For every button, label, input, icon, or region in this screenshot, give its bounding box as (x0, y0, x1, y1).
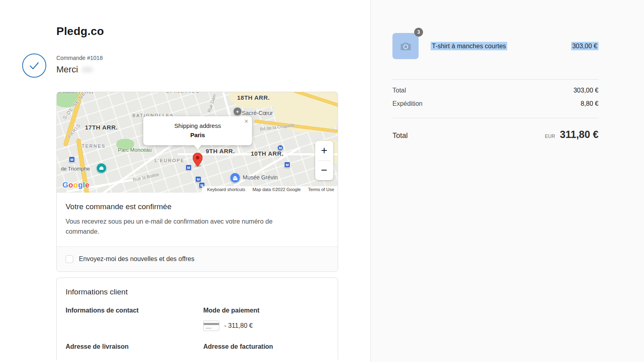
info-window-title: Shipping address (143, 122, 252, 129)
line-item: 3 T-shirt à manches courtes 303,00 € (392, 33, 599, 59)
map-data-copyright: Map data ©2022 Google (252, 187, 301, 192)
customer-info-card: Informations client Informations de cont… (56, 278, 338, 360)
shipping-address-label: Adresse de livraison (66, 343, 203, 350)
grand-total-value: 311,80 € (560, 129, 599, 140)
close-icon[interactable]: × (244, 118, 248, 125)
grand-total-row: Total EUR 311,80 € (392, 129, 599, 140)
map-label: Rue la Boétie (132, 172, 159, 182)
order-summary-sidebar: 3 T-shirt à manches courtes 303,00 € Tot… (371, 0, 644, 362)
credit-card-icon (203, 321, 219, 331)
payment-amount: - 311,80 € (224, 322, 253, 329)
subtotal-value: 303,00 € (574, 87, 599, 94)
order-confirmed-check-icon (22, 53, 46, 78)
metro-icon[interactable]: M (186, 165, 192, 171)
monument-icon[interactable] (96, 163, 107, 173)
map-label: L'EUROPE (155, 158, 185, 163)
subtotal-row: Total 303,00 € (392, 87, 599, 94)
newsletter-optin-row: Envoyez-moi des nouvelles et des offres (57, 247, 338, 272)
customer-info-title: Informations client (66, 288, 329, 296)
map-label-arc-de-triomphe: de Triomphe (61, 166, 90, 172)
map-label: 9TH ARR. (206, 148, 235, 154)
contact-info-column: Informations de contact (66, 307, 203, 331)
product-name: T-shirt à manches courtes (431, 43, 507, 50)
product-name-text: T-shirt à manches courtes (431, 42, 507, 50)
map-label: Rue Dam (206, 94, 217, 113)
quantity-badge: 3 (414, 28, 423, 37)
metro-icon[interactable]: M (277, 145, 283, 151)
museum-icon[interactable] (230, 173, 240, 183)
confirmation-body: Vous recevrez sous peu un e-mail de conf… (66, 217, 303, 237)
map-label: Levallois-Perret (57, 92, 93, 95)
terms-of-use-link[interactable]: Terms of Use (308, 187, 334, 192)
camera-placeholder-icon (400, 40, 412, 52)
shipping-value: 8,80 € (581, 100, 599, 107)
redacted-customer-name (82, 67, 93, 72)
subtotal-label: Total (392, 87, 406, 94)
subtotal-section: Total 303,00 € Expédition 8,80 € (392, 80, 599, 118)
billing-address-column: Adresse de facturation (203, 343, 329, 350)
map-zoom-control: + − (315, 141, 333, 180)
shipping-address-column: Adresse de livraison (66, 343, 203, 350)
map-label: 18TH ARR. (237, 94, 270, 101)
order-status-header: Commande #1018 Merci (56, 55, 338, 75)
product-thumbnail: 3 (392, 33, 419, 59)
zoom-in-button[interactable]: + (315, 141, 333, 160)
confirmation-message: Votre commande est confirmée Vous recevr… (57, 193, 338, 247)
map-label: 10TH ARR. (251, 150, 283, 157)
payment-method-line: - 311,80 € (203, 321, 329, 331)
metro-icon[interactable]: M (284, 162, 290, 168)
billing-address-label: Adresse de facturation (203, 343, 329, 350)
map-label: ÉPINETTES (166, 92, 200, 94)
newsletter-label[interactable]: Envoyez-moi des nouvelles et des offres (79, 255, 194, 263)
map-label-sacre-coeur: Sacré-Cœur (242, 110, 273, 116)
metro-icon[interactable]: M (195, 176, 201, 182)
greeting-text: Merci (56, 64, 78, 74)
metro-icon[interactable]: M (69, 156, 75, 162)
product-price-text: 303,00 € (571, 42, 599, 50)
shipping-label: Expédition (392, 100, 423, 107)
keyboard-shortcuts-link[interactable]: Keyboard shortcuts (207, 187, 245, 192)
newsletter-checkbox[interactable] (66, 255, 73, 263)
google-logo[interactable]: Google (62, 181, 89, 189)
grand-total-label: Total (392, 132, 408, 140)
map-label-parc-monceau: Parc Monceau (118, 147, 152, 153)
store-logo[interactable]: Pledg.co (56, 25, 338, 38)
currency-code: EUR (545, 134, 555, 139)
order-number: Commande #1018 (56, 55, 338, 61)
zoom-out-button[interactable]: − (315, 161, 333, 181)
contact-info-label: Informations de contact (66, 307, 203, 314)
thank-you-heading: Merci (56, 64, 338, 75)
payment-method-label: Mode de paiement (203, 307, 329, 314)
info-window-pointer (194, 145, 202, 150)
info-window-city: Paris (143, 132, 252, 138)
shipping-row: Expédition 8,80 € (392, 100, 599, 107)
shipping-location-pin-icon (193, 153, 202, 167)
summary-divider (392, 118, 599, 118)
map-label: 17TH ARR. (85, 124, 118, 131)
shipping-map[interactable]: Levallois-Perret ÉPINETTES 18TH ARR. S-D… (57, 92, 338, 193)
product-price: 303,00 € (571, 43, 599, 50)
payment-method-column: Mode de paiement - 311,80 € (203, 307, 329, 331)
checkout-confirmation-page: Pledg.co Commande #1018 Merci (0, 0, 644, 362)
map-label: TERNES (82, 144, 106, 148)
map-label-musee-grevin: Musée Grévin (243, 174, 278, 181)
confirmation-card: Levallois-Perret ÉPINETTES 18TH ARR. S-D… (56, 92, 338, 272)
shipping-address-info-window: × Shipping address Paris (143, 116, 252, 145)
church-icon[interactable]: + (233, 107, 242, 116)
confirmation-title: Votre commande est confirmée (66, 202, 329, 211)
main-column: Pledg.co Commande #1018 Merci (0, 0, 371, 362)
map-attribution-bar: Keyboard shortcuts Map data ©2022 Google… (202, 186, 338, 193)
